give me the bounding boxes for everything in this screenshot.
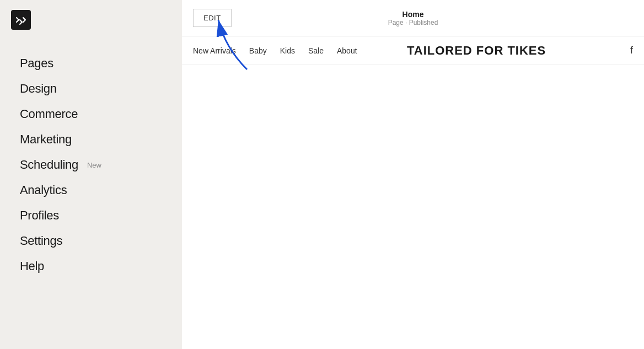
sidebar-nav: Pages Design Commerce Marketing Scheduli… (0, 40, 182, 279)
sidebar-item-design[interactable]: Design (20, 76, 182, 101)
sidebar-item-scheduling[interactable]: Scheduling New (20, 152, 182, 178)
site-nav-sale[interactable]: Sale (308, 46, 324, 55)
scheduling-new-badge: New (87, 161, 101, 169)
edit-button[interactable]: EDIT (193, 9, 232, 27)
site-nav: New Arrivals Baby Kids Sale About TAILOR… (182, 36, 644, 65)
sidebar-label-settings: Settings (20, 234, 62, 248)
site-brand: TAILORED FOR TIKES (407, 44, 546, 58)
sidebar-item-profiles[interactable]: Profiles (20, 203, 182, 228)
logo-area (0, 0, 182, 40)
site-nav-about[interactable]: About (337, 46, 357, 55)
svg-rect-0 (11, 10, 31, 30)
sidebar-label-help: Help (20, 259, 44, 273)
sidebar-item-pages[interactable]: Pages (20, 51, 182, 76)
top-bar: EDIT Home Page · Published (182, 0, 644, 36)
squarespace-logo-icon (11, 10, 31, 30)
sidebar-item-marketing[interactable]: Marketing (20, 127, 182, 152)
site-nav-new-arrivals[interactable]: New Arrivals (193, 46, 236, 55)
site-nav-baby[interactable]: Baby (249, 46, 267, 55)
sidebar-label-commerce: Commerce (20, 107, 78, 121)
sidebar-item-settings[interactable]: Settings (20, 228, 182, 254)
sidebar-label-profiles: Profiles (20, 208, 59, 223)
main-content: EDIT Home Page · Published New Arrivals … (182, 0, 644, 349)
sidebar: Pages Design Commerce Marketing Scheduli… (0, 0, 182, 349)
sidebar-label-scheduling: Scheduling (20, 158, 78, 172)
sidebar-item-help[interactable]: Help (20, 254, 182, 279)
sidebar-item-commerce[interactable]: Commerce (20, 101, 182, 127)
sidebar-label-pages: Pages (20, 56, 53, 71)
page-info: Home Page · Published (388, 10, 438, 26)
site-nav-kids[interactable]: Kids (280, 46, 295, 55)
site-nav-links: New Arrivals Baby Kids Sale About (193, 46, 357, 55)
page-status: Page · Published (388, 19, 438, 26)
sidebar-label-analytics: Analytics (20, 183, 67, 197)
facebook-icon[interactable]: f (630, 45, 633, 56)
sidebar-item-analytics[interactable]: Analytics (20, 178, 182, 203)
page-title: Home (388, 10, 438, 19)
sidebar-label-design: Design (20, 82, 57, 96)
sidebar-label-marketing: Marketing (20, 132, 72, 147)
website-preview: New Arrivals Baby Kids Sale About TAILOR… (182, 36, 644, 349)
